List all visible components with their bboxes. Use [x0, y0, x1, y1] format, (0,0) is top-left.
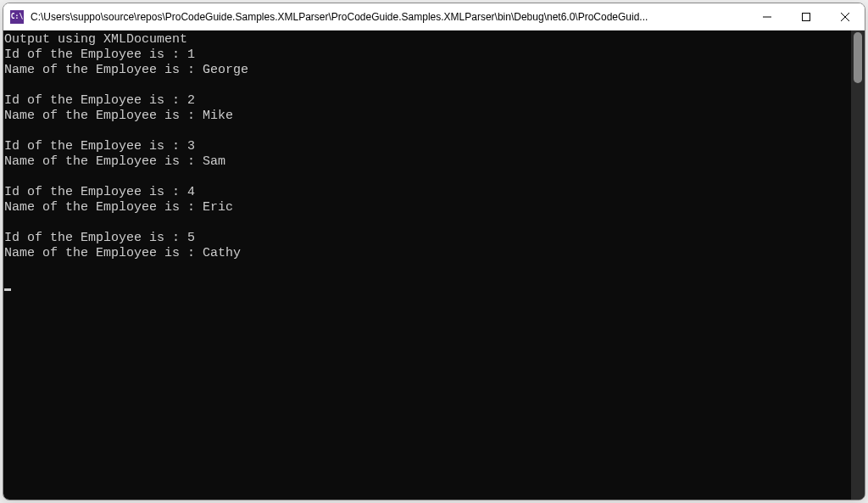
console-line: Name of the Employee is : Sam	[4, 154, 850, 170]
console-line	[4, 170, 850, 185]
scrollbar-thumb[interactable]	[854, 32, 862, 83]
close-button[interactable]	[826, 3, 865, 30]
minimize-button[interactable]	[748, 3, 787, 30]
console-line: Name of the Employee is : Mike	[4, 109, 850, 124]
console-area: Output using XMLDocumentId of the Employ…	[3, 31, 865, 500]
console-line	[4, 261, 850, 277]
console-line: Id of the Employee is : 4	[4, 185, 850, 200]
cursor-line	[4, 277, 850, 292]
console-line	[4, 78, 850, 93]
console-line	[4, 215, 850, 231]
console-line: Output using XMLDocument	[4, 32, 850, 48]
console-line: Id of the Employee is : 2	[4, 93, 850, 109]
console-line: Id of the Employee is : 5	[4, 231, 850, 246]
window-controls	[748, 3, 865, 30]
scrollbar-track[interactable]	[851, 31, 865, 500]
app-icon: C:\	[10, 10, 24, 24]
console-line: Id of the Employee is : 1	[4, 48, 850, 63]
titlebar[interactable]: C:\ C:\Users\suppo\source\repos\ProCodeG…	[3, 3, 865, 31]
console-line: Id of the Employee is : 3	[4, 139, 850, 154]
maximize-button[interactable]	[787, 3, 826, 30]
cursor	[4, 288, 11, 291]
console-line: Name of the Employee is : Eric	[4, 200, 850, 215]
console-window: C:\ C:\Users\suppo\source\repos\ProCodeG…	[3, 3, 865, 500]
console-line: Name of the Employee is : Cathy	[4, 246, 850, 261]
console-line: Name of the Employee is : George	[4, 63, 850, 78]
console-line	[4, 124, 850, 139]
svg-rect-1	[803, 13, 810, 20]
console-output[interactable]: Output using XMLDocumentId of the Employ…	[3, 31, 851, 500]
window-title: C:\Users\suppo\source\repos\ProCodeGuide…	[31, 11, 748, 23]
